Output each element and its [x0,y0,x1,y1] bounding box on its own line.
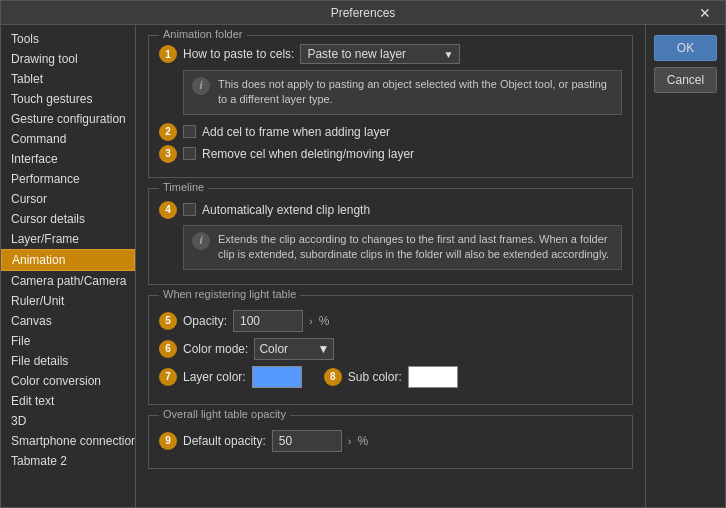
extend-clip-row: 4 Automatically extend clip length [159,201,622,219]
default-opacity-input[interactable] [272,430,342,452]
color-mode-arrow-icon: ▼ [317,342,329,356]
sub-color-swatch[interactable] [408,366,458,388]
extend-clip-label: Automatically extend clip length [202,203,370,217]
color-mode-row: 6 Color mode: Color ▼ [159,338,622,360]
extend-clip-checkbox[interactable] [183,203,196,216]
badge-2: 2 [159,123,177,141]
sidebar-item-cursor-details[interactable]: Cursor details [1,209,135,229]
sidebar: ToolsDrawing toolTabletTouch gesturesGes… [1,25,136,507]
info-text-animation: This does not apply to pasting an object… [218,77,613,108]
sidebar-item-layer-frame[interactable]: Layer/Frame [1,229,135,249]
section-label-animation-folder: Animation folder [159,28,247,40]
info-box-timeline: i Extends the clip according to changes … [183,225,622,270]
sidebar-item-interface[interactable]: Interface [1,149,135,169]
ok-button[interactable]: OK [654,35,717,61]
remove-cel-checkbox[interactable] [183,147,196,160]
main-panel: Animation folder 1 How to paste to cels:… [136,25,645,507]
sidebar-item-cursor[interactable]: Cursor [1,189,135,209]
sidebar-item-animation[interactable]: Animation [1,249,135,271]
dialog-content: ToolsDrawing toolTabletTouch gesturesGes… [1,25,725,507]
add-cel-label: Add cel to frame when adding layer [202,125,390,139]
sidebar-item-edit-text[interactable]: Edit text [1,391,135,411]
badge-1: 1 [159,45,177,63]
sidebar-item-ruler-unit[interactable]: Ruler/Unit [1,291,135,311]
gt-icon-default-opacity: › [348,435,352,447]
default-opacity-row: 9 Default opacity: › % [159,430,622,452]
close-button[interactable]: ✕ [695,6,715,20]
badge-3: 3 [159,145,177,163]
paste-to-cels-value: Paste to new layer [307,47,406,61]
percent-sign-opacity: % [319,314,330,328]
percent-sign-default-opacity: % [357,434,368,448]
layer-color-label: Layer color: [183,370,246,384]
add-cel-checkbox[interactable] [183,125,196,138]
paste-to-cels-label: How to paste to cels: [183,47,294,61]
sidebar-item-3d[interactable]: 3D [1,411,135,431]
badge-4: 4 [159,201,177,219]
sidebar-item-color-conversion[interactable]: Color conversion [1,371,135,391]
info-icon: i [192,77,210,95]
animation-folder-section: Animation folder 1 How to paste to cels:… [148,35,633,178]
info-box-animation: i This does not apply to pasting an obje… [183,70,622,115]
layer-color-row: 7 Layer color: 8 Sub color: [159,366,622,388]
badge-9: 9 [159,432,177,450]
default-opacity-label: Default opacity: [183,434,266,448]
add-cel-row: 2 Add cel to frame when adding layer [159,123,622,141]
sidebar-item-command[interactable]: Command [1,129,135,149]
badge-8: 8 [324,368,342,386]
sidebar-item-tabmate-2[interactable]: Tabmate 2 [1,451,135,471]
color-mode-value: Color [259,342,288,356]
badge-6: 6 [159,340,177,358]
color-mode-label: Color mode: [183,342,248,356]
remove-cel-label: Remove cel when deleting/moving layer [202,147,414,161]
sidebar-item-tools[interactable]: Tools [1,29,135,49]
color-mode-dropdown[interactable]: Color ▼ [254,338,334,360]
title-bar: Preferences ✕ [1,1,725,25]
sidebar-item-tablet[interactable]: Tablet [1,69,135,89]
remove-cel-row: 3 Remove cel when deleting/moving layer [159,145,622,163]
sub-color-label: Sub color: [348,370,402,384]
sidebar-item-file-details[interactable]: File details [1,351,135,371]
section-label-light-table: When registering light table [159,288,300,300]
sidebar-item-drawing-tool[interactable]: Drawing tool [1,49,135,69]
info-text-timeline: Extends the clip according to changes to… [218,232,613,263]
sidebar-item-performance[interactable]: Performance [1,169,135,189]
opacity-label: Opacity: [183,314,227,328]
timeline-section: Timeline 4 Automatically extend clip len… [148,188,633,285]
dropdown-arrow-icon: ▼ [443,49,453,60]
dialog-title: Preferences [31,6,695,20]
opacity-row: 5 Opacity: › % [159,310,622,332]
light-table-section: When registering light table 5 Opacity: … [148,295,633,405]
badge-7: 7 [159,368,177,386]
layer-color-swatch[interactable] [252,366,302,388]
paste-to-cels-dropdown[interactable]: Paste to new layer ▼ [300,44,460,64]
cancel-button[interactable]: Cancel [654,67,717,93]
action-buttons-panel: OK Cancel [645,25,725,507]
section-label-timeline: Timeline [159,181,208,193]
gt-icon-opacity: › [309,315,313,327]
sidebar-item-smartphone-connection[interactable]: Smartphone connection [1,431,135,451]
sidebar-item-gesture-configuration[interactable]: Gesture configuration [1,109,135,129]
paste-to-cels-row: 1 How to paste to cels: Paste to new lay… [159,44,622,64]
light-table-opacity-section: Overall light table opacity 9 Default op… [148,415,633,469]
sidebar-item-file[interactable]: File [1,331,135,351]
preferences-dialog: Preferences ✕ ToolsDrawing toolTabletTou… [0,0,726,508]
badge-5: 5 [159,312,177,330]
sidebar-item-touch-gestures[interactable]: Touch gestures [1,89,135,109]
sidebar-item-canvas[interactable]: Canvas [1,311,135,331]
section-label-light-table-opacity: Overall light table opacity [159,408,290,420]
info-icon-timeline: i [192,232,210,250]
sidebar-item-camera-path-camera[interactable]: Camera path/Camera [1,271,135,291]
opacity-input[interactable] [233,310,303,332]
